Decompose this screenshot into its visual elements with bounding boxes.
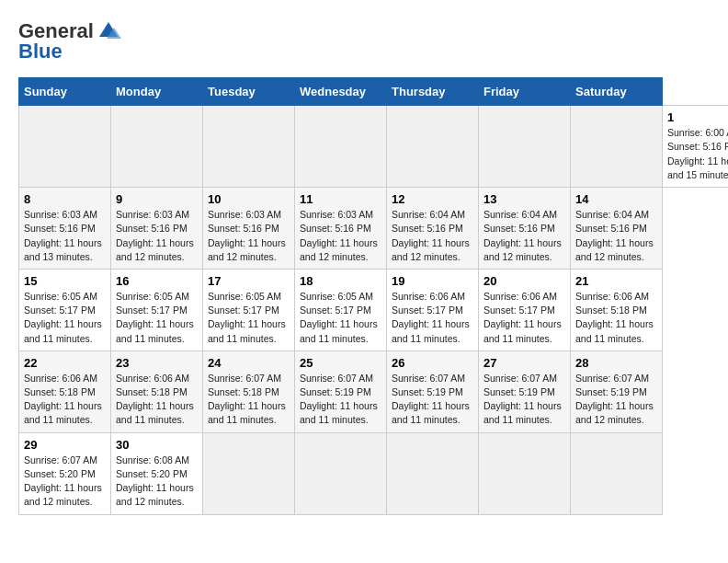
day-number: 26 [392, 356, 473, 370]
day-info: Sunrise: 6:06 AMSunset: 5:17 PMDaylight:… [392, 290, 473, 346]
day-info: Sunrise: 6:08 AMSunset: 5:20 PMDaylight:… [116, 454, 198, 510]
calendar-cell: 14Sunrise: 6:04 AMSunset: 5:16 PMDayligh… [571, 188, 663, 270]
calendar-cell: 9Sunrise: 6:03 AMSunset: 5:16 PMDaylight… [111, 188, 203, 270]
day-info: Sunrise: 6:04 AMSunset: 5:16 PMDaylight:… [483, 208, 565, 264]
day-number: 16 [116, 274, 198, 288]
day-info: Sunrise: 6:05 AMSunset: 5:17 PMDaylight:… [116, 290, 198, 346]
day-info: Sunrise: 6:04 AMSunset: 5:16 PMDaylight:… [575, 208, 657, 264]
day-number: 10 [208, 192, 290, 206]
day-number: 18 [300, 274, 381, 288]
day-number: 15 [24, 274, 106, 288]
logo-blue: Blue [18, 40, 63, 63]
calendar-cell: 11Sunrise: 6:03 AMSunset: 5:16 PMDayligh… [295, 188, 387, 270]
day-number: 29 [24, 438, 106, 452]
col-header-sunday: Sunday [19, 78, 111, 106]
day-info: Sunrise: 6:06 AMSunset: 5:18 PMDaylight:… [116, 372, 198, 428]
logo: General Blue [18, 18, 121, 63]
day-number: 21 [575, 274, 657, 288]
calendar-cell: 20Sunrise: 6:06 AMSunset: 5:17 PMDayligh… [479, 269, 571, 350]
day-number: 13 [483, 192, 565, 206]
day-info: Sunrise: 6:07 AMSunset: 5:19 PMDaylight:… [392, 372, 473, 428]
day-number: 23 [116, 356, 198, 370]
day-number: 28 [575, 356, 657, 370]
day-info: Sunrise: 6:05 AMSunset: 5:17 PMDaylight:… [300, 290, 381, 346]
logo-icon [96, 18, 121, 44]
day-info: Sunrise: 6:00 AMSunset: 5:16 PMDaylight:… [667, 126, 728, 182]
day-number: 20 [483, 274, 565, 288]
day-number: 27 [483, 356, 565, 370]
day-info: Sunrise: 6:07 AMSunset: 5:19 PMDaylight:… [300, 372, 381, 428]
day-number: 11 [300, 192, 381, 206]
calendar-cell [387, 106, 479, 188]
calendar-cell [111, 106, 203, 188]
calendar-cell: 12Sunrise: 6:04 AMSunset: 5:16 PMDayligh… [387, 188, 479, 270]
calendar-cell [203, 106, 295, 188]
calendar-cell [203, 432, 295, 514]
calendar-cell: 15Sunrise: 6:05 AMSunset: 5:17 PMDayligh… [19, 269, 111, 350]
day-info: Sunrise: 6:03 AMSunset: 5:16 PMDaylight:… [300, 208, 381, 264]
calendar-cell [571, 432, 663, 514]
day-info: Sunrise: 6:07 AMSunset: 5:18 PMDaylight:… [208, 372, 290, 428]
calendar-cell: 17Sunrise: 6:05 AMSunset: 5:17 PMDayligh… [203, 269, 295, 350]
calendar-cell: 26Sunrise: 6:07 AMSunset: 5:19 PMDayligh… [387, 350, 479, 432]
calendar-cell [19, 106, 111, 188]
day-number: 17 [208, 274, 290, 288]
day-info: Sunrise: 6:06 AMSunset: 5:17 PMDaylight:… [483, 290, 565, 346]
col-header-thursday: Thursday [387, 78, 479, 106]
day-number: 12 [392, 192, 473, 206]
calendar-cell [479, 106, 571, 188]
calendar-cell: 21Sunrise: 6:06 AMSunset: 5:18 PMDayligh… [571, 269, 663, 350]
calendar-cell [571, 106, 663, 188]
calendar-cell [479, 432, 571, 514]
calendar-cell: 18Sunrise: 6:05 AMSunset: 5:17 PMDayligh… [295, 269, 387, 350]
col-header-tuesday: Tuesday [203, 78, 295, 106]
day-number: 8 [24, 192, 106, 206]
calendar-cell: 8Sunrise: 6:03 AMSunset: 5:16 PMDaylight… [19, 188, 111, 270]
calendar-cell: 24Sunrise: 6:07 AMSunset: 5:18 PMDayligh… [203, 350, 295, 432]
day-info: Sunrise: 6:07 AMSunset: 5:20 PMDaylight:… [24, 454, 106, 510]
calendar-cell: 30Sunrise: 6:08 AMSunset: 5:20 PMDayligh… [111, 432, 203, 514]
day-info: Sunrise: 6:05 AMSunset: 5:17 PMDaylight:… [208, 290, 290, 346]
day-info: Sunrise: 6:05 AMSunset: 5:17 PMDaylight:… [24, 290, 106, 346]
page-header: General Blue [18, 18, 710, 63]
calendar-cell [295, 432, 387, 514]
calendar-cell: 25Sunrise: 6:07 AMSunset: 5:19 PMDayligh… [295, 350, 387, 432]
day-info: Sunrise: 6:07 AMSunset: 5:19 PMDaylight:… [483, 372, 565, 428]
col-header-saturday: Saturday [571, 78, 663, 106]
day-info: Sunrise: 6:03 AMSunset: 5:16 PMDaylight:… [208, 208, 290, 264]
col-header-wednesday: Wednesday [295, 78, 387, 106]
day-info: Sunrise: 6:06 AMSunset: 5:18 PMDaylight:… [575, 290, 657, 346]
col-header-friday: Friday [479, 78, 571, 106]
day-number: 14 [575, 192, 657, 206]
day-number: 1 [667, 110, 728, 124]
day-number: 30 [116, 438, 198, 452]
day-number: 22 [24, 356, 106, 370]
calendar-cell: 16Sunrise: 6:05 AMSunset: 5:17 PMDayligh… [111, 269, 203, 350]
calendar-cell: 13Sunrise: 6:04 AMSunset: 5:16 PMDayligh… [479, 188, 571, 270]
calendar-table: SundayMondayTuesdayWednesdayThursdayFrid… [18, 77, 728, 514]
day-number: 24 [208, 356, 290, 370]
day-info: Sunrise: 6:06 AMSunset: 5:18 PMDaylight:… [24, 372, 106, 428]
day-info: Sunrise: 6:03 AMSunset: 5:16 PMDaylight:… [24, 208, 106, 264]
calendar-cell: 27Sunrise: 6:07 AMSunset: 5:19 PMDayligh… [479, 350, 571, 432]
day-number: 19 [392, 274, 473, 288]
day-info: Sunrise: 6:07 AMSunset: 5:19 PMDaylight:… [575, 372, 657, 428]
calendar-cell [387, 432, 479, 514]
day-number: 25 [300, 356, 381, 370]
day-number: 9 [116, 192, 198, 206]
col-header-monday: Monday [111, 78, 203, 106]
calendar-cell: 10Sunrise: 6:03 AMSunset: 5:16 PMDayligh… [203, 188, 295, 270]
calendar-cell: 28Sunrise: 6:07 AMSunset: 5:19 PMDayligh… [571, 350, 663, 432]
calendar-cell [295, 106, 387, 188]
calendar-cell: 29Sunrise: 6:07 AMSunset: 5:20 PMDayligh… [19, 432, 111, 514]
calendar-cell: 19Sunrise: 6:06 AMSunset: 5:17 PMDayligh… [387, 269, 479, 350]
calendar-cell: 22Sunrise: 6:06 AMSunset: 5:18 PMDayligh… [19, 350, 111, 432]
calendar-cell: 23Sunrise: 6:06 AMSunset: 5:18 PMDayligh… [111, 350, 203, 432]
day-info: Sunrise: 6:03 AMSunset: 5:16 PMDaylight:… [116, 208, 198, 264]
calendar-cell: 1Sunrise: 6:00 AMSunset: 5:16 PMDaylight… [663, 106, 729, 188]
day-info: Sunrise: 6:04 AMSunset: 5:16 PMDaylight:… [392, 208, 473, 264]
